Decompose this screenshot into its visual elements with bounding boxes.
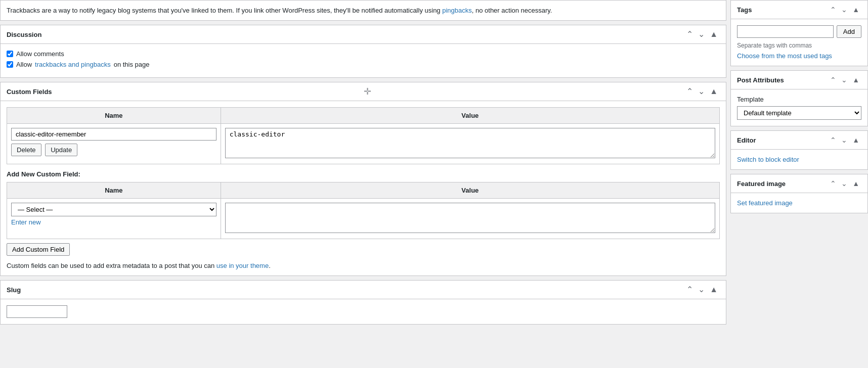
- featured-image-controls: ⌃ ⌄ ▲: [828, 178, 861, 189]
- discussion-controls: ⌃ ⌄ ▲: [684, 29, 720, 39]
- slug-collapse-down[interactable]: ⌄: [696, 285, 707, 295]
- new-value-column-header: Value: [221, 182, 719, 199]
- editor-toggle[interactable]: ▲: [850, 135, 861, 145]
- value-column-header: Value: [221, 108, 719, 124]
- editor-panel-title: Editor: [737, 136, 828, 144]
- post-attributes-collapse-down[interactable]: ⌄: [839, 75, 849, 85]
- tags-separate-note: Separate tags with commas: [737, 42, 861, 49]
- featured-image-panel: Featured image ⌃ ⌄ ▲ Set featured image: [730, 174, 868, 213]
- custom-fields-collapse-up[interactable]: ⌃: [684, 86, 695, 97]
- new-field-row: — Select — Enter new: [7, 199, 720, 239]
- tags-panel-header: Tags ⌃ ⌄ ▲: [731, 1, 867, 19]
- featured-image-content: Set featured image: [731, 193, 867, 213]
- tags-controls: ⌃ ⌄ ▲: [828, 5, 861, 15]
- add-custom-field-button[interactable]: Add Custom Field: [7, 243, 70, 256]
- pingbacks-link[interactable]: pingbacks: [442, 7, 472, 14]
- discussion-title: Discussion: [7, 31, 684, 38]
- tags-collapse-up[interactable]: ⌃: [828, 5, 838, 15]
- post-attributes-header: Post Attributes ⌃ ⌄ ▲: [731, 71, 867, 89]
- allow-trackbacks-checkbox[interactable]: [7, 61, 13, 68]
- custom-fields-collapse-down[interactable]: ⌄: [696, 86, 707, 97]
- trackbacks-notice: Trackbacks are a way to notify legacy bl…: [0, 0, 726, 21]
- tags-panel-title: Tags: [737, 6, 828, 14]
- custom-field-row: Delete Update classic-editor: [7, 124, 720, 164]
- enter-new-link[interactable]: Enter new: [11, 218, 216, 226]
- new-field-name-cell: — Select — Enter new: [7, 199, 221, 239]
- switch-to-block-editor-link[interactable]: Switch to block editor: [737, 156, 799, 163]
- custom-fields-panel: Custom Fields ✛ ⌃ ⌄ ▲ Name Value: [0, 82, 726, 276]
- custom-field-value-cell: classic-editor: [221, 124, 719, 164]
- new-field-select[interactable]: — Select —: [11, 203, 216, 216]
- editor-controls: ⌃ ⌄ ▲: [828, 135, 861, 145]
- custom-field-name-cell: Delete Update: [7, 124, 221, 164]
- tags-collapse-down[interactable]: ⌄: [839, 5, 849, 15]
- post-attributes-toggle[interactable]: ▲: [850, 75, 861, 85]
- add-new-section: Add New Custom Field: Name Value — Sel: [7, 170, 720, 262]
- tags-input-row: Add: [737, 25, 861, 38]
- discussion-collapse-down[interactable]: ⌄: [696, 29, 707, 39]
- allow-trackbacks-label[interactable]: Allow trackbacks and pingbacks on this p…: [7, 61, 720, 68]
- editor-collapse-down[interactable]: ⌄: [839, 135, 849, 145]
- tags-used-link[interactable]: Choose from the most used tags: [737, 52, 832, 60]
- drag-handle-icon: ✛: [364, 86, 371, 97]
- tags-panel: Tags ⌃ ⌄ ▲ Add Separate tags with commas…: [730, 0, 868, 66]
- post-attributes-title: Post Attributes: [737, 76, 828, 84]
- template-select[interactable]: Default template: [737, 106, 861, 120]
- tags-text-input[interactable]: [737, 25, 834, 38]
- discussion-panel: Discussion ⌃ ⌄ ▲ Allow comments Allow tr…: [0, 25, 726, 78]
- custom-fields-title: Custom Fields: [7, 88, 684, 96]
- slug-input[interactable]: [7, 305, 67, 318]
- slug-title: Slug: [7, 286, 684, 294]
- slug-controls: ⌃ ⌄ ▲: [684, 285, 720, 295]
- allow-comments-checkbox[interactable]: [7, 51, 13, 57]
- featured-image-collapse-up[interactable]: ⌃: [828, 178, 838, 189]
- slug-toggle[interactable]: ▲: [708, 285, 720, 295]
- new-field-value-textarea[interactable]: [225, 203, 715, 233]
- custom-fields-note: Custom fields can be used to add extra m…: [7, 262, 720, 269]
- new-field-table: Name Value — Select — Enter new: [7, 182, 720, 239]
- custom-fields-content: Name Value Delete Update: [1, 101, 726, 275]
- editor-panel-header: Editor ⌃ ⌄ ▲: [731, 131, 867, 150]
- set-featured-image-link[interactable]: Set featured image: [737, 199, 793, 207]
- tags-toggle[interactable]: ▲: [850, 5, 861, 15]
- discussion-toggle[interactable]: ▲: [708, 29, 720, 39]
- custom-field-name-input[interactable]: [11, 128, 216, 141]
- custom-fields-controls: ⌃ ⌄ ▲: [684, 86, 720, 97]
- slug-collapse-up[interactable]: ⌃: [684, 285, 695, 295]
- slug-panel: Slug ⌃ ⌄ ▲: [0, 280, 726, 325]
- tags-panel-content: Add Separate tags with commas Choose fro…: [731, 19, 867, 66]
- custom-field-value-textarea[interactable]: classic-editor: [225, 128, 715, 158]
- tags-add-button[interactable]: Add: [837, 25, 861, 38]
- custom-fields-header: Custom Fields ✛ ⌃ ⌄ ▲: [1, 82, 726, 101]
- discussion-collapse-up[interactable]: ⌃: [684, 29, 695, 39]
- post-attributes-panel: Post Attributes ⌃ ⌄ ▲ Template Default t…: [730, 70, 868, 126]
- new-field-value-cell: [221, 199, 719, 239]
- post-attributes-collapse-up[interactable]: ⌃: [828, 75, 838, 85]
- add-new-label: Add New Custom Field:: [7, 170, 720, 178]
- trackbacks-pingbacks-link[interactable]: trackbacks and pingbacks: [35, 61, 111, 68]
- custom-fields-toggle[interactable]: ▲: [708, 86, 720, 97]
- discussion-header: Discussion ⌃ ⌄ ▲: [1, 25, 726, 44]
- post-attributes-controls: ⌃ ⌄ ▲: [828, 75, 861, 85]
- featured-image-collapse-down[interactable]: ⌄: [839, 178, 849, 189]
- delete-custom-field-button[interactable]: Delete: [11, 144, 41, 156]
- slug-header: Slug ⌃ ⌄ ▲: [1, 281, 726, 299]
- featured-image-header: Featured image ⌃ ⌄ ▲: [731, 174, 867, 193]
- editor-collapse-up[interactable]: ⌃: [828, 135, 838, 145]
- new-name-column-header: Name: [7, 182, 221, 199]
- allow-comments-label[interactable]: Allow comments: [7, 50, 720, 58]
- featured-image-title: Featured image: [737, 180, 828, 188]
- editor-panel-content: Switch to block editor: [731, 150, 867, 169]
- editor-panel: Editor ⌃ ⌄ ▲ Switch to block editor: [730, 130, 868, 170]
- slug-content: [1, 299, 726, 324]
- update-custom-field-button[interactable]: Update: [45, 144, 77, 156]
- featured-image-toggle[interactable]: ▲: [850, 178, 861, 189]
- post-attributes-content: Template Default template: [731, 89, 867, 126]
- template-label: Template: [737, 96, 861, 103]
- use-in-theme-link[interactable]: use in your theme: [216, 262, 269, 269]
- name-column-header: Name: [7, 108, 221, 124]
- custom-fields-table: Name Value Delete Update: [7, 107, 720, 164]
- discussion-content: Allow comments Allow trackbacks and ping…: [1, 44, 726, 77]
